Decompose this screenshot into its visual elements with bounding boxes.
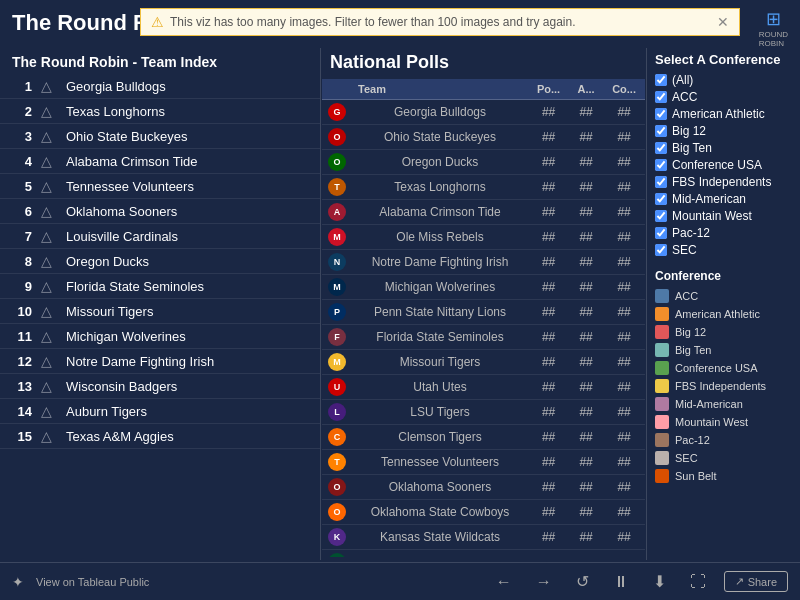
conference-checkbox-item[interactable]: American Athletic (655, 107, 792, 121)
conference-checkbox[interactable] (655, 210, 667, 222)
team-list-row[interactable]: 10 △ Missouri Tigers (0, 299, 320, 324)
poll-team-row[interactable]: O Oregon Ducks ## ## ## (322, 150, 645, 175)
toolbar-fullscreen-button[interactable]: ⛶ (684, 571, 712, 593)
team-list-row[interactable]: 15 △ Texas A&M Aggies (0, 424, 320, 449)
team-logo-cell: M (322, 350, 352, 375)
polls-table: Team Po... A... Co... G Georgia Bulldogs… (322, 79, 645, 557)
col-team: Team (352, 79, 528, 100)
divider-left (320, 48, 321, 560)
conference-checkbox[interactable] (655, 159, 667, 171)
conference-checkbox-item[interactable]: ACC (655, 90, 792, 104)
legend-item: Big 12 (655, 325, 792, 339)
team-list-row[interactable]: 14 △ Auburn Tigers (0, 399, 320, 424)
team-list-row[interactable]: 6 △ Oklahoma Sooners (0, 199, 320, 224)
conference-checkbox-item[interactable]: SEC (655, 243, 792, 257)
team-logo: M (328, 553, 346, 557)
poll-team-row[interactable]: P Penn State Nittany Lions ## ## ## (322, 300, 645, 325)
center-panel: National Polls Team Po... A... Co... G G… (322, 48, 645, 560)
team-list-row[interactable]: 8 △ Oregon Ducks (0, 249, 320, 274)
toolbar-download-button[interactable]: ⬇ (647, 570, 672, 593)
poll-team-row[interactable]: O Ohio State Buckeyes ## ## ## (322, 125, 645, 150)
toolbar-forward-button[interactable]: → (530, 571, 558, 593)
legend-label: FBS Independents (675, 380, 766, 392)
team-list-row[interactable]: 2 △ Texas Longhorns (0, 99, 320, 124)
tableau-public-link[interactable]: View on Tableau Public (36, 576, 149, 588)
poll-co: ## (603, 200, 645, 225)
team-logo-cell: O (322, 125, 352, 150)
toolbar-refresh-button[interactable]: ↺ (570, 570, 595, 593)
conference-checkbox[interactable] (655, 227, 667, 239)
poll-team-row[interactable]: F Florida State Seminoles ## ## ## (322, 325, 645, 350)
poll-team-row[interactable]: O Oklahoma State Cowboys ## ## ## (322, 500, 645, 525)
team-logo-cell: G (322, 100, 352, 125)
team-rank: 15 (8, 429, 32, 444)
team-list-row[interactable]: 4 △ Alabama Crimson Tide (0, 149, 320, 174)
poll-co: ## (603, 150, 645, 175)
toolbar-back-button[interactable]: ← (490, 571, 518, 593)
poll-team-row[interactable]: M Miami Hurricanes ## ## ## (322, 550, 645, 558)
conference-checkbox[interactable] (655, 244, 667, 256)
poll-team-name: LSU Tigers (352, 400, 528, 425)
poll-team-row[interactable]: T Texas Longhorns ## ## ## (322, 175, 645, 200)
legend-item: FBS Independents (655, 379, 792, 393)
legend-label: Conference USA (675, 362, 758, 374)
poll-team-row[interactable]: N Notre Dame Fighting Irish ## ## ## (322, 250, 645, 275)
conference-checkbox-item[interactable]: FBS Independents (655, 175, 792, 189)
legend-item: SEC (655, 451, 792, 465)
conference-checkbox[interactable] (655, 176, 667, 188)
poll-team-row[interactable]: M Michigan Wolverines ## ## ## (322, 275, 645, 300)
team-list-row[interactable]: 9 △ Florida State Seminoles (0, 274, 320, 299)
poll-team-row[interactable]: C Clemson Tigers ## ## ## (322, 425, 645, 450)
poll-team-row[interactable]: M Missouri Tigers ## ## ## (322, 350, 645, 375)
poll-team-row[interactable]: U Utah Utes ## ## ## (322, 375, 645, 400)
team-list-row[interactable]: 3 △ Ohio State Buckeyes (0, 124, 320, 149)
poll-team-name: Ole Miss Rebels (352, 225, 528, 250)
poll-team-name: Clemson Tigers (352, 425, 528, 450)
poll-ap: ## (569, 425, 603, 450)
team-logo: O (328, 478, 346, 496)
team-warning-icon: △ (32, 378, 60, 394)
poll-team-row[interactable]: O Oklahoma Sooners ## ## ## (322, 475, 645, 500)
poll-ap: ## (569, 250, 603, 275)
legend-label: Sun Belt (675, 470, 717, 482)
team-list-row[interactable]: 13 △ Wisconsin Badgers (0, 374, 320, 399)
warning-close-button[interactable]: ✕ (717, 14, 729, 30)
poll-team-row[interactable]: L LSU Tigers ## ## ## (322, 400, 645, 425)
team-list-row[interactable]: 7 △ Louisville Cardinals (0, 224, 320, 249)
legend-item: Sun Belt (655, 469, 792, 483)
team-warning-icon: △ (32, 203, 60, 219)
poll-team-row[interactable]: A Alabama Crimson Tide ## ## ## (322, 200, 645, 225)
conference-checkbox-item[interactable]: (All) (655, 73, 792, 87)
conference-checkbox[interactable] (655, 193, 667, 205)
conference-checkbox-item[interactable]: Mountain West (655, 209, 792, 223)
legend-label: Big 12 (675, 326, 706, 338)
team-list-row[interactable]: 5 △ Tennessee Volunteers (0, 174, 320, 199)
legend-item: Pac-12 (655, 433, 792, 447)
legend-color-swatch (655, 451, 669, 465)
toolbar-pause-button[interactable]: ⏸ (607, 571, 635, 593)
poll-team-row[interactable]: K Kansas State Wildcats ## ## ## (322, 525, 645, 550)
poll-team-row[interactable]: M Ole Miss Rebels ## ## ## (322, 225, 645, 250)
col-co: Co... (603, 79, 645, 100)
conference-checkbox[interactable] (655, 74, 667, 86)
team-list-row[interactable]: 11 △ Michigan Wolverines (0, 324, 320, 349)
team-warning-icon: △ (32, 78, 60, 94)
team-logo-cell: T (322, 175, 352, 200)
conference-checkbox[interactable] (655, 125, 667, 137)
poll-po: ## (528, 500, 569, 525)
share-button[interactable]: ↗ Share (724, 571, 788, 592)
team-list-row[interactable]: 12 △ Notre Dame Fighting Irish (0, 349, 320, 374)
conference-checkbox-item[interactable]: Big 12 (655, 124, 792, 138)
team-list-row[interactable]: 1 △ Georgia Bulldogs (0, 74, 320, 99)
poll-team-row[interactable]: T Tennessee Volunteers ## ## ## (322, 450, 645, 475)
poll-team-row[interactable]: G Georgia Bulldogs ## ## ## (322, 100, 645, 125)
conference-checkbox[interactable] (655, 91, 667, 103)
conference-checkbox-item[interactable]: Mid-American (655, 192, 792, 206)
conference-checkbox-item[interactable]: Conference USA (655, 158, 792, 172)
poll-ap: ## (569, 325, 603, 350)
poll-team-name: Oregon Ducks (352, 150, 528, 175)
conference-checkbox[interactable] (655, 108, 667, 120)
conference-checkbox-item[interactable]: Big Ten (655, 141, 792, 155)
conference-checkbox-item[interactable]: Pac-12 (655, 226, 792, 240)
conference-checkbox[interactable] (655, 142, 667, 154)
